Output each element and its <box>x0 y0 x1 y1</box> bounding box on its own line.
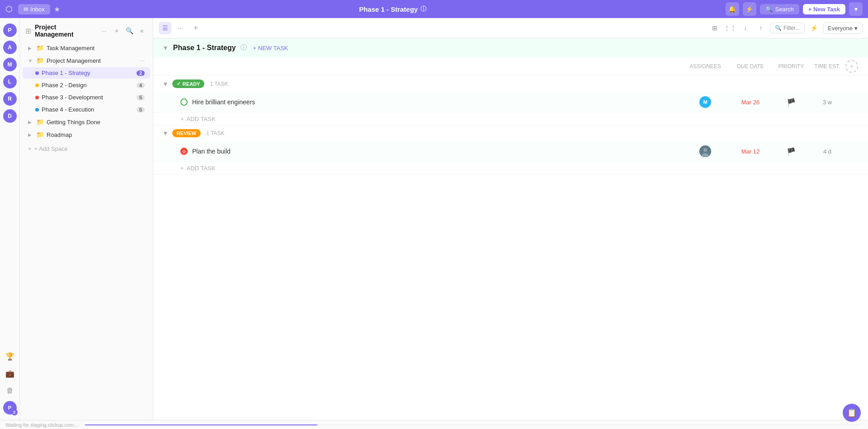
task-name: Plan the build <box>192 148 683 155</box>
task-status-blocked-icon: ⊘ <box>180 148 188 155</box>
progress-bar-fill <box>85 424 317 425</box>
sidebar-item-roadmap[interactable]: ▶ 📁 Roadmap <box>23 129 150 140</box>
review-collapse-button[interactable]: ▼ <box>162 130 169 137</box>
workspace-avatar-a[interactable]: A <box>3 41 17 54</box>
sidebar-search-button[interactable]: 🔍 <box>124 25 135 36</box>
nav-title: Phase 1 - Strategy ⓘ <box>64 5 722 13</box>
star-button[interactable]: ★ <box>54 5 60 14</box>
chevron-down-icon: ▾ <box>854 25 858 32</box>
new-task-link[interactable]: + NEW TASK <box>253 45 288 51</box>
sidebar-item-phase1-strategy[interactable]: Phase 1 - Strategy 2 <box>23 67 150 79</box>
task-priority: 🏴 <box>773 98 809 107</box>
task-due-date: Mar 12 <box>728 148 773 155</box>
briefcase-icon[interactable]: 💼 <box>3 367 17 380</box>
svg-point-1 <box>703 148 707 152</box>
task-name: Hire brilliant engineers <box>192 98 683 106</box>
workspace-avatar-l[interactable]: L <box>3 75 17 89</box>
grid-view-button[interactable]: ⊞ <box>708 22 721 34</box>
chevron-right-icon: ▶ <box>28 132 33 137</box>
task-time-est: 3 w <box>809 99 845 106</box>
everyone-dropdown[interactable]: Everyone ▾ <box>823 23 863 34</box>
task-status-open-icon <box>180 98 188 106</box>
task-assignee <box>683 145 728 157</box>
add-task-row-review[interactable]: + ADD TASK <box>153 162 868 174</box>
sidebar-collapse-button[interactable]: « <box>137 25 147 36</box>
sidebar-grid-icon: ⊞ <box>25 27 31 35</box>
priority-flag-icon: 🏴 <box>787 98 796 107</box>
toolbar-more-button[interactable]: ··· <box>174 22 187 34</box>
icon-bar: P A M L R D 🏆 💼 🗑 P 2 <box>0 18 20 420</box>
right-panel: ☰ ··· + ⊞ ⋮⋮ ↓ ↑ 🔍 Filter... ⚡ Everyone … <box>153 18 868 420</box>
status-bar-text: Waiting for staging.clickup.com... <box>5 422 78 428</box>
list-view-button[interactable]: ☰ <box>159 22 171 34</box>
add-column-button[interactable]: + <box>845 60 858 73</box>
project-management-more[interactable]: ··· <box>140 57 145 64</box>
ready-collapse-button[interactable]: ▼ <box>162 80 169 88</box>
sidebar-item-getting-things-done[interactable]: ▶ 📁 Getting Things Done <box>23 116 150 128</box>
export-button[interactable]: ↑ <box>755 22 767 34</box>
app-logo[interactable]: ⬡ <box>5 4 13 14</box>
filter-button[interactable]: 🔍 Filter... <box>770 23 805 33</box>
new-task-button[interactable]: + New Task <box>803 4 845 14</box>
chevron-right-icon: ▶ <box>28 46 33 51</box>
sidebar-item-project-management[interactable]: ▼ 📁 Project Management ··· <box>23 55 150 66</box>
title-info-icon[interactable]: ⓘ <box>420 5 426 13</box>
workspace-avatar-d[interactable]: D <box>3 109 17 123</box>
nav-dropdown-button[interactable]: ▾ <box>849 2 863 16</box>
folder-icon: 📁 <box>36 131 44 138</box>
col-header-assignees: ASSIGNEES <box>683 63 728 70</box>
lightning-button[interactable]: ⚡ <box>743 2 756 16</box>
phase1-count: 2 <box>137 70 145 76</box>
user-avatar[interactable]: P 2 <box>3 401 17 415</box>
assignee-avatar[interactable] <box>699 145 711 157</box>
folder-icon: 📁 <box>36 118 44 126</box>
toolbar: ☰ ··· + ⊞ ⋮⋮ ↓ ↑ 🔍 Filter... ⚡ Everyone … <box>153 18 868 38</box>
folder-icon: 📁 <box>36 44 44 51</box>
workspace-avatar-m[interactable]: M <box>3 58 17 71</box>
sidebar-item-phase3-development[interactable]: Phase 3 - Development 5 <box>23 92 150 103</box>
checkmark-icon: ✓ <box>177 81 181 87</box>
toolbar-add-button[interactable]: + <box>189 22 202 34</box>
columns-view-button[interactable]: ⋮⋮ <box>724 22 736 34</box>
plus-icon: + <box>28 145 32 152</box>
assignee-avatar[interactable]: M <box>699 96 711 108</box>
col-header-time-est: TIME EST. <box>809 63 845 70</box>
toolbar-left: ☰ ··· + <box>159 22 706 34</box>
sidebar-add-button[interactable]: + <box>111 25 122 36</box>
table-row[interactable]: ⊘ Plan the build Mar 12 🏴 <box>153 141 868 162</box>
phase-collapse-button[interactable]: ▼ <box>162 44 169 51</box>
sidebar-more-button[interactable]: ··· <box>99 25 109 36</box>
sidebar-item-task-management[interactable]: ▶ 📁 Task Management <box>23 42 150 54</box>
sidebar-project-title: Project Management <box>35 23 95 38</box>
workspace-avatar-r[interactable]: R <box>3 92 17 106</box>
sidebar-item-phase2-design[interactable]: Phase 2 - Design 4 <box>23 79 150 91</box>
status-group-header-ready: ▼ ✓ READY 1 TASK <box>153 76 868 92</box>
folder-icon: 📁 <box>36 57 44 64</box>
user-avatar-svg <box>699 145 711 157</box>
notification-button[interactable]: 🔔 <box>726 2 739 16</box>
phase-info-icon[interactable]: ⓘ <box>241 44 247 52</box>
download-button[interactable]: ↓ <box>739 22 752 34</box>
status-group-ready: ▼ ✓ READY 1 TASK Hire brilliant engineer… <box>153 76 868 126</box>
ready-status-badge[interactable]: ✓ READY <box>172 79 205 88</box>
phase1-dot <box>35 71 39 75</box>
sidebar-item-phase4-execution[interactable]: Phase 4 - Execution 5 <box>23 104 150 115</box>
table-row[interactable]: Hire brilliant engineers M Mar 26 🏴 3 w <box>153 92 868 113</box>
review-status-badge[interactable]: REVIEW <box>172 129 201 137</box>
sidebar-header: ⊞ Project Management ··· + 🔍 « <box>20 18 153 42</box>
review-task-count: 1 TASK <box>206 130 224 136</box>
status-bar: Waiting for staging.clickup.com... 📋 <box>0 420 868 429</box>
phase3-dot <box>35 96 39 99</box>
trophy-icon[interactable]: 🏆 <box>3 350 17 363</box>
filter-options-button[interactable]: ⚡ <box>807 22 820 34</box>
search-button[interactable]: 🔍 Search <box>760 4 799 14</box>
add-space-button[interactable]: + + Add Space <box>20 143 153 155</box>
quick-action-button[interactable]: 📋 <box>843 404 861 422</box>
add-task-row-ready[interactable]: + ADD TASK <box>153 113 868 125</box>
phase3-count: 5 <box>137 95 145 100</box>
plus-icon: + <box>180 165 184 172</box>
trash-icon[interactable]: 🗑 <box>3 384 17 397</box>
inbox-button[interactable]: ✉ Inbox <box>18 4 50 14</box>
workspace-avatar-p[interactable]: P <box>3 23 17 37</box>
task-due-date: Mar 26 <box>728 99 773 106</box>
